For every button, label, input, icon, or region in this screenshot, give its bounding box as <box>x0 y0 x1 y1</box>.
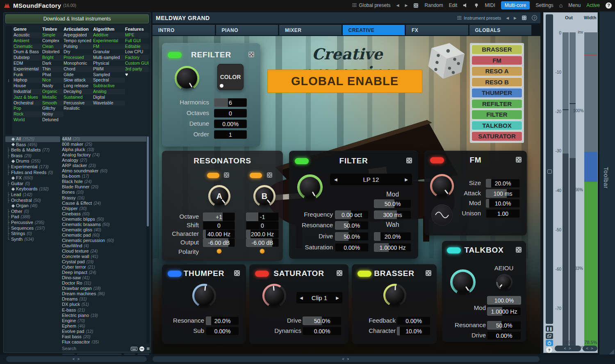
filter-item[interactable]: Noisy <box>42 111 64 117</box>
preset-item[interactable]: ClaviWind (4) <box>62 243 147 249</box>
dropdown-left-arrow[interactable]: ◀ <box>334 177 337 182</box>
midi-button[interactable]: MIDI <box>485 2 495 8</box>
filter-item[interactable]: Digital <box>93 95 125 100</box>
random-button[interactable]: Random <box>424 2 443 8</box>
harmonics-value[interactable]: 6 <box>214 98 247 107</box>
tree-item[interactable]: ├ Lead (142) <box>5 192 60 198</box>
tree-item[interactable]: ├ Percussive (295) <box>5 220 60 226</box>
talkbox-dice-icon[interactable] <box>515 246 522 253</box>
global-enable-button[interactable]: GLOBAL ENABLE <box>267 70 422 93</box>
tree-item[interactable]: Drums (255) <box>5 158 60 164</box>
filter-item[interactable]: Simple <box>42 32 64 38</box>
filter-item[interactable]: Sampled <box>93 72 125 78</box>
filter-item[interactable]: Percussive <box>64 100 93 106</box>
preset-item[interactable]: Black hole (24) <box>62 179 147 184</box>
preset-scrollbar[interactable] <box>146 136 149 344</box>
preset-item[interactable]: Dreams (31) <box>62 296 147 302</box>
filter-item[interactable]: Custom GUI <box>125 61 149 66</box>
resize-grip[interactable] <box>609 349 614 354</box>
filter-resonance-value[interactable]: 50.0% <box>335 221 369 230</box>
filter-wah-rate-value[interactable]: 1.0000 Hz <box>374 243 411 252</box>
filter-item[interactable]: Full GUI <box>125 38 149 44</box>
res-a-octave-value[interactable]: +1 <box>203 213 235 221</box>
octaves-value[interactable]: 0 <box>214 109 247 118</box>
preset-item[interactable]: 808 maker (25) <box>62 142 147 147</box>
filter-item[interactable]: Drum & Bass <box>14 49 42 55</box>
module-button[interactable]: SATURATOR <box>472 131 522 141</box>
talkbox-drive-value[interactable]: 0.00% <box>487 331 521 340</box>
module-button[interactable]: FILTER <box>472 110 522 120</box>
refilter-color-pad[interactable]: COLOR <box>217 64 244 90</box>
res-a-character-value[interactable]: 40.00 Hz <box>203 230 235 238</box>
filter-item[interactable]: Distorted <box>42 49 64 55</box>
tab[interactable]: MIXER <box>279 25 342 35</box>
search-input[interactable]: Search <box>62 346 76 351</box>
detune-value[interactable]: 0.00% <box>214 120 247 128</box>
preset-item[interactable]: Cinebass (60) <box>62 211 147 217</box>
filter-item[interactable]: Wavetable <box>93 100 125 106</box>
instrument-presets-button[interactable]: Instrument presets <box>457 16 501 20</box>
filter-item[interactable]: Jazz & blues <box>14 95 42 100</box>
order-value[interactable]: 1 <box>214 130 247 139</box>
preset-item[interactable]: Cyber terror (21) <box>62 265 147 270</box>
saturator-dynamics-value[interactable]: 0.00% <box>303 327 342 335</box>
filter-item[interactable]: Thin <box>42 66 64 72</box>
filter-item[interactable]: Dubstep <box>14 55 42 61</box>
meter-slider-icon[interactable] <box>547 170 552 174</box>
filter-item[interactable]: World <box>14 117 42 123</box>
filter-item[interactable]: Chord <box>64 66 93 72</box>
expand-icon[interactable] <box>11 176 15 180</box>
preset-next-button[interactable]: ▶ <box>405 3 408 7</box>
resonator-a-dice-icon[interactable] <box>223 172 230 178</box>
talkbox-vowel-knob[interactable] <box>496 274 512 290</box>
filter-item[interactable]: Slow attack <box>64 77 93 83</box>
tab[interactable]: INTRO <box>153 25 215 35</box>
filter-wah-value[interactable]: 20.0% <box>374 232 411 241</box>
meter-side-slider[interactable] <box>546 14 553 324</box>
thumper-resonance-value[interactable]: 20.0% <box>206 317 239 325</box>
filter-item[interactable]: Smooth <box>42 100 64 106</box>
tree-item[interactable]: ├ Orchestral (50) <box>5 198 60 203</box>
tree-item[interactable]: ├ Strings (0) <box>5 231 60 237</box>
expand-icon[interactable] <box>11 143 15 146</box>
filter-item[interactable]: Realistic <box>64 106 93 111</box>
talkbox-resonance-value[interactable]: 50.0% <box>487 321 521 330</box>
tree-item[interactable]: ├ Flutes and Reeds (0) <box>5 170 60 176</box>
power-button[interactable] <box>546 340 553 346</box>
fm-dice-icon[interactable] <box>515 156 522 163</box>
preset-item[interactable]: Cloud texture (24) <box>62 249 147 254</box>
filter-item[interactable]: Pop <box>14 106 42 111</box>
filter-item[interactable]: Experimental <box>14 66 42 72</box>
preset-item[interactable]: Electric piano (19) <box>62 313 147 318</box>
instr-help-icon[interactable]: ? <box>532 15 537 20</box>
preset-item[interactable]: Cinematic gliss (40) <box>62 227 147 233</box>
filter-item[interactable]: Factory <box>125 55 149 61</box>
preset-item[interactable]: Evolve pad (12) <box>62 329 147 334</box>
tree-item[interactable]: ├ Other (0) <box>5 209 60 215</box>
multi-core-button[interactable]: Multi-core <box>501 1 530 9</box>
meter-hscrollbar-right[interactable]: < > <box>583 346 597 351</box>
filter-item[interactable]: Long release <box>64 83 93 89</box>
tree-item[interactable]: ├ Pad (388) <box>5 214 60 220</box>
filter-item[interactable]: Dry <box>64 49 93 55</box>
home-icon[interactable]: ⌂ <box>559 2 563 9</box>
filter-item[interactable]: Arpeggiated <box>64 32 93 38</box>
preset-item[interactable]: ARP stacker (23) <box>62 163 147 168</box>
filter-item[interactable]: Metallic <box>42 95 64 100</box>
clear-filter-icon[interactable] <box>139 346 145 352</box>
refilter-main-knob[interactable] <box>175 66 199 90</box>
expand-icon[interactable] <box>11 138 15 141</box>
preset-item[interactable]: Analogy (27) <box>62 158 147 163</box>
sidebar-hscrollbar[interactable]: < > <box>6 356 147 362</box>
preset-item[interactable]: Flux capacitor (35) <box>62 339 147 344</box>
download-install-button[interactable]: Download & Install instruments <box>5 14 149 23</box>
preset-item[interactable]: Alpha pluck (33) <box>62 147 147 152</box>
thumper-main-knob[interactable] <box>192 284 216 307</box>
filter-item[interactable]: Subtractive <box>93 83 125 89</box>
main-hscrollbar[interactable]: < > <box>153 356 540 362</box>
saturator-main-knob[interactable] <box>262 284 286 307</box>
dropdown-right-arrow[interactable]: ▶ <box>405 177 408 182</box>
tab[interactable]: GLOBALS <box>469 25 532 35</box>
preset-item[interactable]: Doctor Ro (31) <box>62 280 147 286</box>
fm-attack-value[interactable]: 100 ms <box>486 189 520 198</box>
